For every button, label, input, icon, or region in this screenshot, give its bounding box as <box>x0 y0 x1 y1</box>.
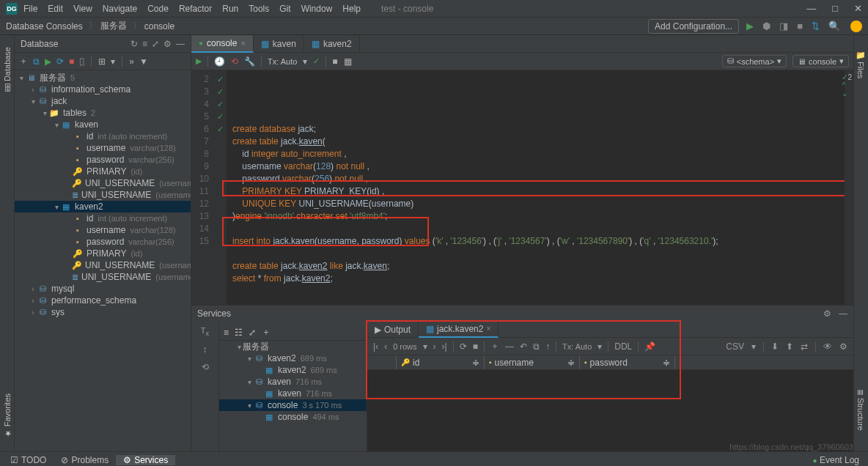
search-icon[interactable]: 🔍 <box>827 21 842 32</box>
maximize-icon[interactable]: □ <box>832 3 838 14</box>
prev-icon[interactable]: ‹ <box>384 341 387 352</box>
filter-icon[interactable]: ≡ <box>142 39 147 49</box>
rollback-icon[interactable]: ⟲ <box>231 56 238 67</box>
run-icon[interactable]: ▶ <box>745 21 755 32</box>
upload-icon[interactable]: ⬆ <box>786 341 793 352</box>
tree-uni-username-idx2[interactable]: UNI_USERNAME <box>81 272 151 282</box>
schema-selector[interactable]: ⛁ <schema> ▾ <box>722 55 787 67</box>
col-id[interactable]: 🔑id≑ <box>397 355 485 369</box>
services-tree-row[interactable]: ▦kaven716 ms <box>219 388 367 399</box>
transpose-icon[interactable]: ⇄ <box>801 341 808 352</box>
services-tree-row[interactable]: ▾⛁kaven716 ms <box>219 376 367 388</box>
settings-icon[interactable]: ▾ <box>111 56 115 67</box>
menu-code[interactable]: Code <box>147 4 169 14</box>
tree-uni-username-idx[interactable]: UNI_USERNAME <box>81 190 151 200</box>
tree-tables-folder[interactable]: tables <box>63 108 87 118</box>
eye-icon[interactable]: 👁 <box>823 341 832 352</box>
explain-icon[interactable]: 🔧 <box>244 56 255 67</box>
tree-icon[interactable]: ☷ <box>235 328 243 338</box>
hide-icon[interactable]: — <box>839 308 847 319</box>
tree-col-username[interactable]: username <box>87 143 125 153</box>
execute-icon[interactable]: ▶ <box>196 56 202 66</box>
menu-view[interactable]: View <box>73 4 92 14</box>
next-icon[interactable]: › <box>433 341 436 352</box>
close-tab-icon[interactable]: × <box>240 39 245 48</box>
database-tree[interactable]: ▾🖥服务器5 ›⛁information_schema ▾⛁jack ▾📁tab… <box>15 70 191 451</box>
add-datasource-icon[interactable]: ＋ <box>19 55 28 67</box>
menu-tools[interactable]: Tools <box>249 4 269 14</box>
last-icon[interactable]: ›| <box>442 341 447 352</box>
tree-server[interactable]: 服务器 <box>40 72 66 84</box>
jump-query-icon[interactable]: ▶ <box>45 56 51 67</box>
sync-icon[interactable]: ↻ <box>130 39 138 49</box>
menu-help[interactable]: Help <box>342 4 361 14</box>
gear-icon[interactable]: ⚙ <box>163 39 172 49</box>
services-tab[interactable]: ⚙Services <box>116 455 175 465</box>
filter-funnel-icon[interactable]: ▼ <box>139 56 148 67</box>
favorites-tab-vertical[interactable]: ★ Favorites <box>1 388 13 444</box>
problems-strip[interactable]: ✓2 ^ ⌄ <box>845 70 853 305</box>
tree-jack[interactable]: jack <box>51 96 67 106</box>
debug-icon[interactable]: ⬢ <box>761 21 772 32</box>
tree-col-password[interactable]: password <box>87 155 124 165</box>
user-avatar[interactable] <box>850 21 862 32</box>
coverage-icon[interactable]: ◨ <box>778 21 790 32</box>
services-tree-row[interactable]: ▦kaven2689 ms <box>219 364 367 376</box>
flat-icon[interactable]: ≡ <box>224 328 229 338</box>
tab-console[interactable]: ●console× <box>191 35 254 53</box>
structure-tab-vertical[interactable]: ≣ Structure <box>855 383 867 437</box>
tree-primary2[interactable]: PRIMARY <box>87 248 126 259</box>
reload-icon[interactable]: ⟳ <box>460 341 467 352</box>
tree-mysql[interactable]: mysql <box>51 284 74 294</box>
services-tree-row[interactable]: ▾⛁console3 s 170 ms <box>219 399 367 411</box>
tab-kaven2[interactable]: ▦kaven2 <box>304 35 360 53</box>
settings-icon[interactable]: ▦ <box>344 56 352 67</box>
remove-row-icon[interactable]: — <box>505 341 514 352</box>
services-tree-row[interactable]: ▾服务器 <box>219 341 367 352</box>
col-username[interactable]: ▪username≑ <box>485 355 580 369</box>
tree-perf-schema[interactable]: performance_schema <box>51 295 136 306</box>
todo-tab[interactable]: ☑TODO <box>3 455 54 465</box>
tree-info-schema[interactable]: information_schema <box>51 84 130 95</box>
close-icon[interactable]: ✕ <box>854 3 862 14</box>
tree-kaven[interactable]: kaven <box>75 119 98 130</box>
gear-icon[interactable]: ⚙ <box>823 308 831 319</box>
tx-filter-icon[interactable]: Tx <box>201 326 209 337</box>
revert-icon[interactable]: ↶ <box>520 341 527 352</box>
tx-mode-results[interactable]: Tx: Auto <box>562 342 592 351</box>
pin-icon[interactable]: 📌 <box>644 341 655 352</box>
csv-export[interactable]: CSV <box>726 341 744 352</box>
duplicate-icon[interactable]: ⧉ <box>33 56 40 67</box>
export-icon[interactable]: ⬇ <box>771 341 779 352</box>
code-editor[interactable]: 23456789101112131415 ✓✓✓✓✓ create databa… <box>191 70 853 305</box>
swap-icon[interactable]: ⟲ <box>202 362 209 372</box>
add-row-icon[interactable]: ＋ <box>490 340 499 352</box>
tree-col-id[interactable]: id <box>87 131 93 141</box>
expand-icon[interactable]: ⤢ <box>249 328 256 338</box>
services-tree-row[interactable]: ▾⛁kaven2689 ms <box>219 352 367 364</box>
menu-edit[interactable]: Edit <box>48 4 63 14</box>
diagram-icon[interactable]: ⊞ <box>98 56 106 67</box>
tab-kaven[interactable]: ▦kaven <box>254 35 304 53</box>
tree-uni-username[interactable]: UNI_USERNAME <box>85 178 155 188</box>
hide-icon[interactable]: — <box>176 39 185 49</box>
jack-kaven2-tab[interactable]: ▦jack.kaven2× <box>419 322 499 338</box>
services-tree-row[interactable]: ▦console494 ms <box>219 411 367 423</box>
breadcrumb-3[interactable]: console <box>144 21 174 32</box>
tree-primary[interactable]: PRIMARY <box>87 166 126 177</box>
row-count[interactable]: 0 rows <box>393 342 416 351</box>
tree-kaven2[interactable]: kaven2 <box>75 201 103 212</box>
expand-icon[interactable]: » <box>129 56 134 67</box>
database-tab-vertical[interactable]: 🗄 Database <box>1 41 13 97</box>
add-configuration-button[interactable]: Add Configuration... <box>648 19 739 34</box>
menu-run[interactable]: Run <box>222 4 238 14</box>
first-icon[interactable]: |‹ <box>373 341 378 352</box>
services-tree[interactable]: ≡ ☷ ⤢ ＋ ▾服务器▾⛁kaven2689 ms▦kaven2689 ms▾… <box>219 322 367 451</box>
tree-col-password2[interactable]: password <box>87 237 124 247</box>
rollback-icon[interactable]: ■ <box>69 56 74 67</box>
close-tab-icon[interactable]: × <box>486 325 490 333</box>
commit-icon[interactable]: ↑ <box>545 341 550 352</box>
tx-mode[interactable]: Tx: Auto <box>268 57 297 66</box>
menu-window[interactable]: Window <box>301 4 333 14</box>
files-tab-vertical[interactable]: 📁 Files <box>855 44 867 84</box>
